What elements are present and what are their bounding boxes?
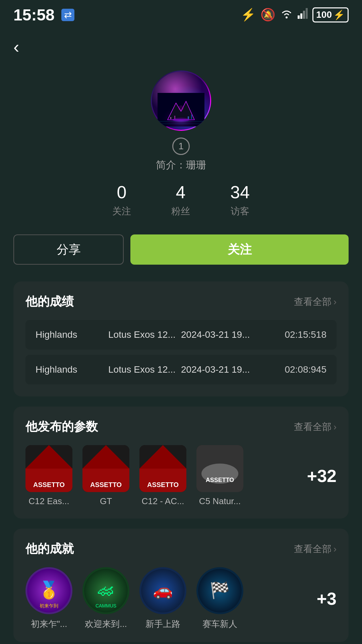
achievement-item-1[interactable]: 🥇 初来乍到 初来乍"...	[25, 567, 72, 630]
param-item-3[interactable]: ASSETTO C12 - AC...	[139, 445, 186, 506]
svg-text:🏁: 🏁	[210, 581, 230, 600]
status-icons: ⚡ 🔕 100 ⚡	[241, 7, 349, 22]
svg-text:ASSETTO: ASSETTO	[147, 481, 179, 488]
chevron-right-icon-2: ›	[334, 422, 337, 432]
svg-rect-2	[300, 13, 302, 19]
battery-indicator: 100 ⚡	[312, 7, 349, 22]
status-time: 15:58	[13, 6, 55, 24]
achievement-item-3[interactable]: 🚗 新手上路	[139, 567, 186, 630]
svg-text:🏎: 🏎	[98, 581, 114, 599]
svg-point-16	[178, 105, 184, 111]
performance-row-1[interactable]: Highlands Lotus Exos 12... 2024-03-21 19…	[25, 320, 337, 350]
user-badge: 1	[172, 138, 190, 155]
param-item-2[interactable]: ASSETTO GT	[82, 445, 129, 506]
svg-rect-1	[298, 15, 300, 19]
svg-rect-14	[191, 115, 192, 119]
svg-rect-18	[25, 469, 72, 492]
performance-row-2[interactable]: Highlands Lotus Exos 12... 2024-03-21 19…	[25, 355, 337, 384]
param-thumb-3: ASSETTO	[139, 445, 186, 492]
achievement-badge-1: 🥇 初来乍到	[25, 567, 72, 614]
user-bio: 简介：珊珊	[156, 158, 206, 172]
achievement-title: 他的成就	[25, 541, 74, 557]
profile-section: 1 简介：珊珊 0 关注 4 粉丝 34 访客 分享 关注 他的成绩 查看全部 …	[0, 64, 362, 644]
stat-fans: 4 粉丝	[171, 182, 190, 218]
achievement-grid: 🥇 初来乍到 初来乍"...	[25, 567, 337, 630]
parameters-grid: ASSETTO C12 Eas... ASSETTO GT	[25, 445, 337, 506]
achievement-item-2[interactable]: 🏎 CAMMUS 欢迎来到...	[82, 567, 129, 630]
svg-text:ASSETTO: ASSETTO	[33, 481, 65, 488]
action-buttons: 分享 关注	[13, 234, 349, 265]
stat-following: 0 关注	[112, 182, 131, 218]
svg-rect-11	[170, 117, 171, 119]
param-item-4[interactable]: ASSETTO C5 Natur...	[196, 445, 243, 506]
parameters-section: 他发布的参数 查看全部 › ASSETTO C12 Eas...	[13, 407, 349, 519]
svg-text:🚗: 🚗	[153, 581, 173, 600]
parameters-title: 他发布的参数	[25, 419, 98, 435]
mute-icon: 🔕	[260, 8, 276, 22]
share-button[interactable]: 分享	[13, 234, 124, 265]
chevron-right-icon-3: ›	[334, 544, 337, 554]
achievement-view-all[interactable]: 查看全部 ›	[294, 543, 337, 555]
performance-title: 他的成绩	[25, 293, 74, 310]
achievement-badge-2: 🏎 CAMMUS	[82, 567, 129, 614]
battery-charging: ⚡	[333, 9, 345, 20]
wifi-icon	[280, 8, 293, 22]
param-thumb-4: ASSETTO	[196, 445, 243, 492]
param-item-1[interactable]: ASSETTO C12 Eas...	[25, 445, 72, 506]
bluetooth-icon: ⚡	[241, 8, 256, 22]
svg-text:ASSETTO: ASSETTO	[90, 481, 122, 488]
performance-section: 他的成绩 查看全部 › Highlands Lotus Exos 12... 2…	[13, 281, 349, 396]
usb-icon: ⇄	[61, 9, 74, 21]
svg-text:ASSETTO: ASSETTO	[206, 477, 234, 483]
achievement-more-count: +3	[317, 589, 337, 609]
stats-row: 0 关注 4 粉丝 34 访客	[112, 182, 250, 218]
svg-text:CAMMUS: CAMMUS	[96, 603, 116, 608]
param-thumb-1: ASSETTO	[25, 445, 72, 492]
achievement-section: 他的成就 查看全部 ›	[13, 529, 349, 642]
svg-text:初来乍到: 初来乍到	[40, 603, 58, 608]
back-button[interactable]: ‹	[0, 27, 34, 64]
achievement-badge-4: 🏁	[196, 567, 243, 614]
svg-rect-4	[306, 8, 308, 19]
signal-icon	[298, 8, 308, 22]
svg-rect-3	[303, 11, 305, 19]
svg-point-0	[286, 16, 288, 18]
status-bar: 15:58 ⇄ ⚡ 🔕 100 ⚡	[0, 0, 362, 27]
svg-text:🥇: 🥇	[39, 580, 60, 600]
achievement-header: 他的成就 查看全部 ›	[25, 541, 337, 557]
level-badge: 1	[172, 138, 190, 155]
avatar	[151, 70, 211, 131]
parameters-view-all[interactable]: 查看全部 ›	[294, 421, 337, 433]
svg-rect-26	[139, 469, 186, 492]
chevron-right-icon: ›	[334, 297, 337, 307]
param-thumb-2: ASSETTO	[82, 445, 129, 492]
performance-header: 他的成绩 查看全部 ›	[25, 293, 337, 310]
follow-button[interactable]: 关注	[130, 234, 349, 265]
param-more-count: +32	[307, 466, 337, 486]
parameters-header: 他发布的参数 查看全部 ›	[25, 419, 337, 435]
achievement-item-4[interactable]: 🏁 赛车新人	[196, 567, 243, 630]
svg-rect-22	[82, 469, 129, 492]
stat-visitors: 34 访客	[230, 182, 250, 218]
achievement-badge-3: 🚗	[139, 567, 186, 614]
svg-point-15	[173, 118, 189, 122]
battery-percent: 100	[316, 9, 332, 20]
performance-view-all[interactable]: 查看全部 ›	[294, 296, 337, 308]
